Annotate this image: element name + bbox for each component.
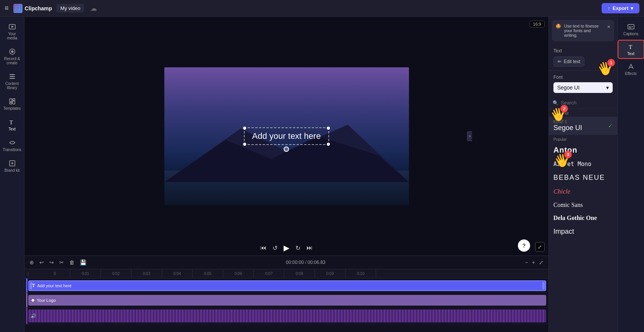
tooltip-close-button[interactable]: × — [607, 24, 610, 30]
undo-button[interactable]: ↩ — [38, 258, 45, 267]
logo-track-clip[interactable]: ◆ Your Logo — [28, 295, 546, 306]
font-current-value: Segoe UI — [557, 85, 579, 91]
expand-video-button[interactable]: ⤢ — [535, 242, 545, 252]
rewind-button[interactable]: ↺ — [273, 244, 277, 252]
main-layout: Your media Record & create Content libra… — [0, 17, 644, 332]
text-overlay[interactable]: Add your text here — [244, 127, 329, 145]
text-handle-bl[interactable] — [243, 143, 246, 146]
export-button[interactable]: ↑ Export ▾ — [602, 3, 639, 13]
sidebar-item-label: Templates — [3, 106, 21, 111]
text-section: Text ✏ Edit text — [549, 44, 617, 71]
menu-button[interactable]: ≡ — [5, 4, 9, 12]
timeline-zoom: − + ⤢ — [524, 258, 545, 267]
table-row: 🔊 — [24, 308, 548, 324]
export-label: Export — [613, 5, 628, 11]
svg-rect-6 — [10, 78, 15, 79]
text-panel-button[interactable]: T Text — [618, 40, 644, 59]
font-name-display: BEBAS NEUE — [553, 174, 605, 182]
edit-text-icon: ✏ — [558, 59, 561, 64]
font-name-display: Impact — [553, 228, 574, 236]
track-color-bar — [26, 278, 28, 293]
save-button[interactable]: 💾 — [79, 258, 88, 267]
edit-text-button[interactable]: ✏ Edit text — [553, 57, 584, 67]
text-handle-tr[interactable] — [327, 127, 330, 130]
sidebar-item-templates[interactable]: Templates — [2, 94, 23, 114]
svg-text:T: T — [10, 120, 13, 125]
font-group-brand: Brand kit — [549, 109, 617, 117]
record-icon — [8, 48, 16, 55]
video-area: 16:9 Add your text here — [24, 17, 548, 256]
font-name-display: Dela Gothic One — [553, 215, 597, 221]
video-title[interactable]: My video — [57, 4, 84, 13]
tooltip-area: 🤩 Use text to finesse your fonts and wri… — [549, 17, 617, 44]
captions-button[interactable]: Captions — [621, 20, 641, 39]
svg-rect-5 — [10, 76, 15, 77]
font-list: Brand kit FONT 1 Segoe UI ✓ Popular Anto… — [549, 109, 617, 332]
font-item-segoe[interactable]: FONT 1 Segoe UI ✓ — [549, 117, 617, 135]
svg-rect-7 — [10, 99, 12, 102]
font-dropdown: 🔍 Brand kit FONT 1 Segoe UI ✓ Popular — [549, 97, 617, 332]
svg-rect-15 — [628, 24, 634, 29]
right-panel: Captions T Text Effects — [617, 17, 644, 332]
logo-track-label: Your Logo — [37, 298, 56, 303]
text-content: Add your text here — [252, 131, 321, 141]
font-item-anton[interactable]: Anton — [549, 143, 617, 158]
play-button[interactable]: ▶ — [284, 243, 289, 252]
skip-back-button[interactable]: ⏮ — [260, 244, 266, 251]
sidebar-item-label: Record & create — [4, 57, 21, 65]
effects-panel-button[interactable]: Effects — [618, 60, 644, 79]
sidebar-item-label: Brand kit — [5, 168, 19, 173]
font-selector[interactable]: Segoe UI ▾ — [553, 82, 613, 93]
content-area: 16:9 Add your text here — [24, 17, 548, 332]
audio-track-icon: 🔊 — [31, 313, 36, 319]
svg-point-3 — [11, 50, 13, 53]
font-item-azeret[interactable]: Azeret Mono — [549, 158, 617, 171]
text-handle-br[interactable] — [327, 143, 330, 146]
sidebar-item-your-media[interactable]: Your media — [2, 20, 23, 43]
skip-forward-button[interactable]: ⏭ — [307, 244, 313, 251]
font-item-impact[interactable]: Impact — [549, 225, 617, 239]
tooltip-card: 🤩 Use text to finesse your fonts and wri… — [552, 20, 614, 41]
text-section-label: Text — [553, 48, 613, 54]
zoom-in-button[interactable]: + — [531, 258, 536, 267]
zoom-out-button[interactable]: − — [524, 258, 529, 267]
left-sidebar: Your media Record & create Content libra… — [0, 17, 24, 332]
font-item-bebas[interactable]: BEBAS NEUE — [549, 171, 617, 185]
svg-rect-4 — [10, 74, 15, 75]
font-label: Font — [553, 75, 613, 80]
delete-button[interactable]: 🗑 — [68, 258, 76, 267]
redo-button[interactable]: ↪ — [48, 258, 55, 267]
cut-button[interactable]: ✂ — [58, 258, 65, 267]
sidebar-item-record[interactable]: Record & create — [2, 45, 23, 68]
magnet-button[interactable]: ⊕ — [28, 258, 35, 267]
text-panel-label: Text — [627, 52, 634, 56]
captions-icon — [627, 23, 635, 31]
sidebar-item-transitions[interactable]: Transitions — [2, 136, 23, 155]
collapse-right-panel[interactable]: > — [467, 131, 472, 141]
sidebar-item-content-library[interactable]: Content library — [2, 70, 23, 93]
audio-track-clip[interactable]: 🔊 — [28, 309, 546, 322]
forward-button[interactable]: ↻ — [295, 244, 300, 252]
timeline-tracks: T Add your text here ◆ Your Logo — [24, 278, 548, 332]
font-item-dela-gothic[interactable]: Dela Gothic One — [549, 212, 617, 225]
sidebar-item-text[interactable]: T Text — [2, 115, 23, 134]
clip-handle-right[interactable] — [542, 282, 545, 290]
sidebar-item-label: Transitions — [3, 148, 21, 152]
text-icon: T — [627, 43, 635, 50]
effects-label: Effects — [625, 72, 636, 76]
font1-sub-label: FONT 1 — [553, 120, 582, 124]
app-logo: Clipchamp — [13, 4, 52, 13]
clip-handle-left[interactable] — [30, 282, 32, 290]
sidebar-item-brand-kit[interactable]: Brand kit — [2, 156, 23, 176]
help-button[interactable]: ? — [518, 239, 530, 252]
font-item-chicle[interactable]: Chicle — [549, 185, 617, 199]
rotate-handle[interactable] — [284, 146, 289, 152]
font-search-input[interactable] — [561, 100, 617, 106]
text-track-clip[interactable]: T Add your text here — [28, 280, 546, 291]
sidebar-item-label: Content library — [4, 81, 21, 90]
export-chevron: ▾ — [631, 5, 633, 11]
font-item-comic-sans[interactable]: Comic Sans — [549, 199, 617, 212]
font-name-display: Comic Sans — [553, 202, 583, 208]
expand-timeline-button[interactable]: ⤢ — [538, 258, 545, 267]
text-handle-tl[interactable] — [243, 127, 246, 130]
